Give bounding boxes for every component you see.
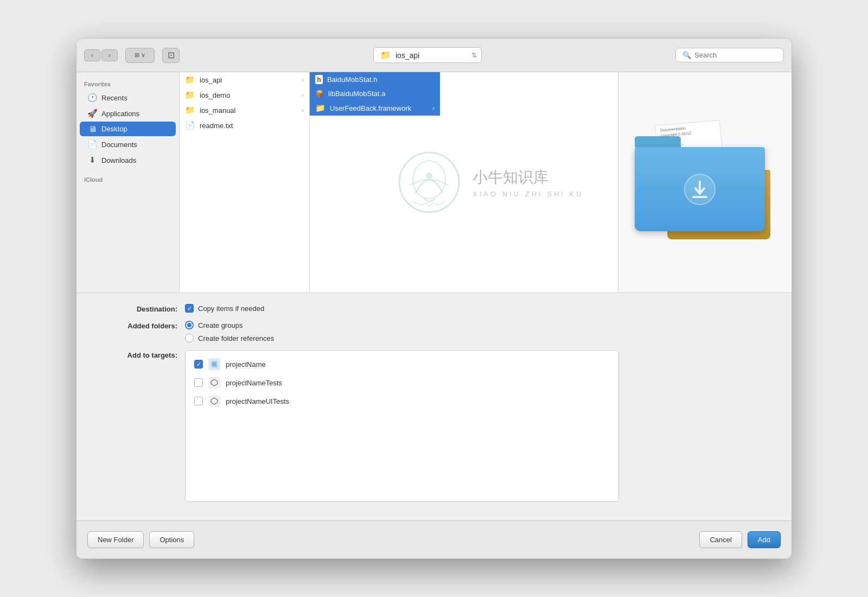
arrow-icon: ›	[302, 77, 304, 83]
sidebar-section-icloud: iCloud	[76, 173, 179, 185]
target-row-projectnameutests[interactable]: projectNameUITests	[190, 392, 614, 410]
desktop-icon: 🖥	[87, 124, 97, 134]
target-checkbox-1[interactable]: ✓	[194, 360, 203, 369]
sidebar-item-label: Applications	[101, 110, 139, 118]
copy-items-checkbox[interactable]: ✓	[185, 304, 194, 313]
destination-label: Destination:	[98, 304, 185, 313]
file-name: UserFeedBack.framework	[330, 104, 428, 112]
cancel-button[interactable]: Cancel	[699, 531, 742, 548]
new-folder-button[interactable]: New Folder	[87, 531, 144, 548]
target-icon-3	[208, 395, 220, 407]
create-groups-radio[interactable]	[185, 321, 194, 329]
create-refs-radio[interactable]	[185, 334, 194, 342]
file-name: readme.txt	[200, 122, 304, 130]
sidebar-item-label: Downloads	[101, 156, 136, 164]
search-input[interactable]	[694, 51, 777, 59]
destination-controls: ✓ Copy items if needed	[185, 304, 264, 313]
sidebar-item-downloads[interactable]: ⬇ Downloads	[80, 153, 176, 168]
search-icon: 🔍	[682, 51, 691, 59]
destination-row: Destination: ✓ Copy items if needed	[98, 304, 770, 313]
options-button[interactable]: Options	[149, 531, 194, 548]
target-row-projectname[interactable]: ✓ projectName	[190, 355, 614, 373]
add-targets-row: Add to targets: ✓ projectName projectNam…	[98, 350, 770, 502]
path-display[interactable]: 📁 ios_api ⇅	[373, 47, 482, 63]
forward-button[interactable]: ›	[101, 49, 118, 61]
copy-items-row[interactable]: ✓ Copy items if needed	[185, 304, 264, 313]
path-folder-icon: 📁	[380, 50, 391, 60]
file-name: BaiduMobStat.h	[327, 75, 435, 84]
path-folder-name: ios_api	[395, 51, 419, 60]
sidebar-item-label: Recents	[101, 94, 127, 102]
folder-front	[635, 136, 765, 231]
applications-icon: 🚀	[87, 109, 97, 118]
bottom-right-buttons: Cancel Add	[699, 531, 781, 548]
file-item-baidustat-h[interactable]: h BaiduMobStat.h	[310, 72, 440, 87]
browser-area: Favorites 🕐 Recents 🚀 Applications 🖥 Des…	[76, 72, 792, 293]
toolbar: ‹ › ⊞∨ ⊡ 📁 ios_api ⇅ 🔍	[76, 39, 792, 72]
target-checkbox-3[interactable]	[194, 397, 203, 405]
folders-controls: Create groups Create folder references	[185, 321, 274, 342]
documents-icon: 📄	[87, 139, 97, 149]
recents-icon: 🕐	[87, 93, 97, 103]
bottom-left-buttons: New Folder Options	[87, 531, 194, 548]
file-name: libBaiduMobStat.a	[328, 90, 435, 98]
path-bar: 📁 ios_api ⇅	[184, 47, 671, 63]
file-column-2: h BaiduMobStat.h 📦 libBaiduMobStat.a 📁 U…	[310, 72, 440, 293]
target-name-2: projectNameTests	[226, 379, 282, 387]
bottom-bar: New Folder Options Cancel Add	[76, 520, 792, 558]
lib-icon: 📦	[315, 90, 324, 98]
sidebar-item-documents[interactable]: 📄 Documents	[80, 137, 176, 152]
doc-icon: 📄	[185, 120, 195, 130]
back-button[interactable]: ‹	[84, 49, 100, 61]
sidebar-item-label: Documents	[101, 141, 137, 149]
sidebar-item-desktop[interactable]: 🖥 Desktop	[80, 122, 176, 136]
sidebar: Favorites 🕐 Recents 🚀 Applications 🖥 Des…	[76, 72, 180, 293]
file-name: ios_demo	[200, 91, 297, 99]
downloads-icon: ⬇	[87, 155, 97, 165]
add-targets-label: Add to targets:	[98, 350, 185, 359]
sidebar-section-favorites: Favorites	[76, 78, 179, 90]
header-icon: h	[315, 75, 323, 84]
create-refs-label: Create folder references	[198, 334, 274, 342]
file-column-1: 📁 ios_api › 📁 ios_demo › 📁 ios_manual › …	[180, 72, 310, 293]
new-folder-toolbar-button[interactable]: ⊡	[162, 48, 180, 63]
folder-preview: DocumentationCopyright © 01/12Baidu Inc.…	[635, 123, 776, 242]
folder-icon: 📁	[185, 75, 195, 85]
target-icon-2	[208, 377, 220, 389]
target-name-1: projectName	[226, 360, 266, 369]
svg-rect-5	[212, 362, 216, 366]
file-item-ios-manual[interactable]: 📁 ios_manual ›	[180, 103, 309, 118]
target-checkbox-2[interactable]	[194, 378, 203, 387]
added-folders-row: Added folders: Create groups Create fold…	[98, 321, 770, 342]
framework-icon: 📁	[315, 103, 326, 113]
file-item-libbaidustat[interactable]: 📦 libBaiduMobStat.a	[310, 87, 440, 100]
search-bar[interactable]: 🔍	[675, 48, 784, 62]
file-item-userfeedback[interactable]: 📁 UserFeedBack.framework ›	[310, 100, 440, 116]
file-name: ios_api	[200, 76, 297, 84]
targets-list: ✓ projectName projectNameTests	[185, 350, 619, 502]
arrow-icon: ›	[432, 105, 435, 111]
arrow-icon: ›	[302, 92, 304, 98]
sidebar-item-recents[interactable]: 🕐 Recents	[80, 90, 176, 105]
target-row-projectnametests[interactable]: projectNameTests	[190, 373, 614, 392]
create-groups-label: Create groups	[198, 321, 242, 329]
target-icon-1	[208, 358, 220, 370]
arrow-icon: ›	[302, 107, 304, 113]
file-item-readme[interactable]: 📄 readme.txt	[180, 118, 309, 133]
sidebar-item-label: Desktop	[101, 125, 127, 133]
file-columns: 📁 ios_api › 📁 ios_demo › 📁 ios_manual › …	[180, 72, 618, 293]
added-folders-label: Added folders:	[98, 321, 185, 330]
sidebar-item-applications[interactable]: 🚀 Applications	[80, 106, 176, 121]
path-spinner: ⇅	[471, 52, 477, 59]
view-mode-button[interactable]: ⊞∨	[125, 48, 155, 63]
target-name-3: projectNameUITests	[226, 397, 289, 405]
copy-items-label: Copy items if needed	[198, 304, 264, 313]
options-panel: Destination: ✓ Copy items if needed Adde…	[76, 293, 792, 520]
file-name: ios_manual	[200, 106, 297, 115]
folder-icon: 📁	[185, 90, 195, 100]
create-refs-row[interactable]: Create folder references	[185, 334, 274, 342]
file-item-ios-api[interactable]: 📁 ios_api ›	[180, 72, 309, 87]
file-item-ios-demo[interactable]: 📁 ios_demo ›	[180, 87, 309, 103]
add-button[interactable]: Add	[748, 531, 781, 548]
create-groups-row[interactable]: Create groups	[185, 321, 274, 329]
